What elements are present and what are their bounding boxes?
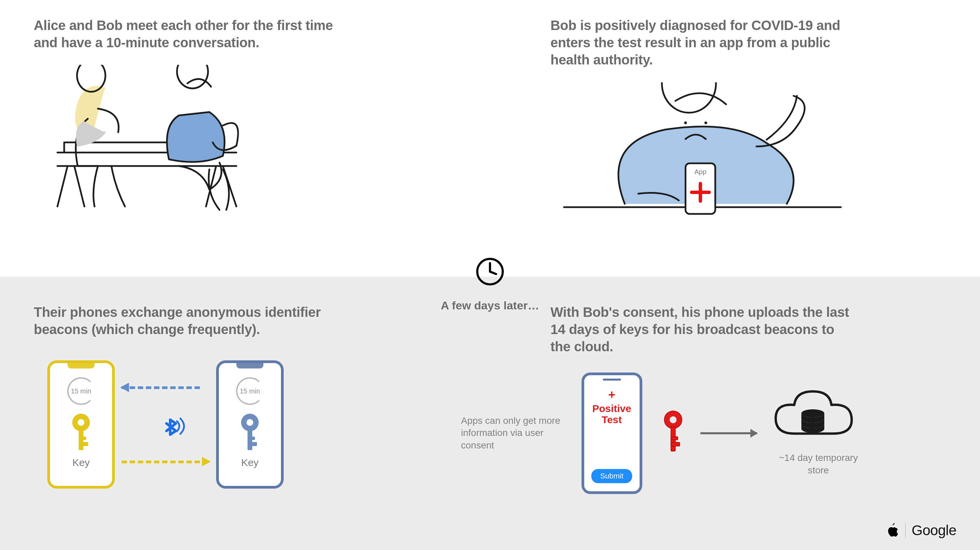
key-label: Key [219, 457, 281, 468]
svg-rect-12 [79, 437, 86, 440]
svg-rect-21 [671, 442, 679, 446]
panel-4: With Bob's consent, his phone uploads th… [461, 304, 866, 494]
svg-point-23 [801, 409, 824, 417]
apple-logo-icon [886, 523, 899, 538]
panel-2: Bob is positively diagnosed for COVID-19… [550, 17, 854, 227]
app-label: App [694, 168, 706, 176]
bob-phone-illustration: App [550, 82, 854, 227]
timer-text: 15 min [71, 388, 91, 395]
panel-4-caption: With Bob's consent, his phone uploads th… [550, 304, 854, 356]
timer-badge: 15 min [236, 377, 264, 405]
svg-line-7 [490, 272, 496, 274]
key-label: Key [50, 457, 112, 468]
key-icon [236, 413, 263, 453]
cloud-label: ~14 day temporary store [771, 452, 866, 476]
panel-1: Alice and Bob meet each other for the fi… [34, 17, 338, 220]
submit-button[interactable]: Submit [591, 469, 632, 483]
svg-rect-16 [248, 442, 257, 446]
clock-icon [475, 257, 505, 287]
consent-note: Apps can only get more information via u… [461, 415, 568, 452]
svg-point-19 [670, 416, 676, 423]
panel-3: Their phones exchange anonymous identifi… [34, 304, 338, 495]
logo-divider [905, 523, 906, 538]
svg-point-1 [705, 122, 707, 124]
upload-arrow [700, 432, 757, 434]
timer-badge: 15 min [67, 377, 95, 405]
bluetooth-icon [155, 411, 186, 441]
phone-upload: + Positive Test Submit [582, 372, 642, 494]
cloud-db-icon [771, 390, 855, 447]
positive-test-title: Positive Test [589, 403, 635, 425]
svg-rect-11 [79, 442, 88, 446]
google-logo-text: Google [912, 522, 956, 539]
svg-rect-17 [248, 437, 255, 440]
cloud-store: ~14 day temporary store [771, 390, 866, 476]
phones-exchange: 15 min Key 15 min [34, 360, 311, 495]
phone-alice: 15 min Key [47, 360, 115, 488]
svg-point-14 [247, 419, 253, 426]
svg-point-9 [78, 419, 84, 426]
timer-text: 15 min [240, 388, 260, 395]
panel-1-caption: Alice and Bob meet each other for the fi… [34, 17, 338, 51]
key-icon [68, 413, 95, 453]
svg-point-0 [684, 122, 687, 124]
panel-2-caption: Bob is positively diagnosed for COVID-19… [550, 17, 854, 69]
footer-logos: Google [886, 522, 956, 539]
svg-rect-22 [671, 437, 678, 440]
plus-icon: + [608, 389, 615, 401]
red-key-icon [660, 408, 686, 458]
bench-illustration [34, 65, 338, 220]
panel-3-caption: Their phones exchange anonymous identifi… [34, 304, 338, 338]
phone-bob: 15 min Key [216, 360, 284, 488]
